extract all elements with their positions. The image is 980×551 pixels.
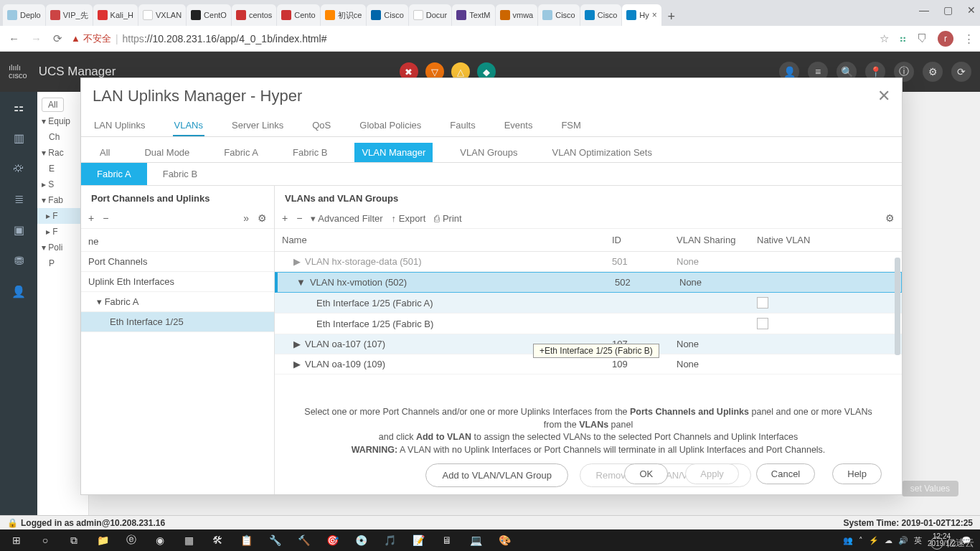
browser-tab[interactable]: centos [232,4,276,26]
url-field[interactable]: ▲不安全 | https://10.208.231.16/app/4_0_1b/… [71,32,874,45]
app-icon[interactable]: 🎯 [319,530,346,550]
ime-icon[interactable]: 英 [914,535,922,546]
col-sharing[interactable]: VLAN Sharing [677,235,757,245]
gear-icon[interactable]: ⚙ [885,212,895,224]
tab-vlan-manager[interactable]: VLAN Manager [354,143,433,162]
people-icon[interactable]: 👥 [843,536,853,545]
tab-fabric-a[interactable]: Fabric A [217,143,265,162]
browser-tab[interactable]: VXLAN [138,4,186,26]
security-warning[interactable]: ▲不安全 [71,32,111,45]
table-row[interactable]: Eth Interface 1/25 (Fabric B) [275,314,902,334]
tab-all[interactable]: All [93,143,117,162]
tree-row[interactable]: ne [81,232,274,252]
tab-vlans[interactable]: VLANs [173,116,204,136]
maximize-icon[interactable]: ▢ [943,4,953,16]
browser-tab-active[interactable]: Hy× [622,4,661,26]
shield-icon[interactable]: ⛉ [917,32,928,44]
tree-row-fabric-a[interactable]: ▾ Fabric A [81,292,274,312]
close-icon[interactable]: ✕ [967,4,976,16]
menu-icon[interactable]: ⋮ [963,32,974,45]
scrollbar-thumb[interactable] [895,258,900,355]
add-icon[interactable]: + [88,212,94,224]
browser-tab[interactable]: VIP_先 [46,4,93,26]
collapse-arrow-icon[interactable]: ▼ [296,277,306,288]
tray-icon[interactable]: ☁ [885,536,892,545]
expand-arrow-icon[interactable]: ▶ [293,256,301,267]
close-icon[interactable]: × [652,10,657,20]
app-icon[interactable]: 🔧 [261,530,288,550]
start-icon[interactable]: ⊞ [3,530,30,550]
native-vlan-checkbox[interactable] [757,318,768,329]
profile-avatar[interactable]: r [938,31,953,47]
expand-icon[interactable]: » [243,212,249,224]
explorer-icon[interactable]: 📁 [89,530,116,550]
app-icon[interactable]: 🖥 [433,530,461,550]
browser-tab[interactable]: 初识ce [321,4,367,26]
table-row[interactable]: Eth Interface 1/25 (Fabric A) [275,293,902,314]
tray-icon[interactable]: ⚡ [869,536,879,545]
tab-lan-uplinks[interactable]: LAN Uplinks [93,116,147,136]
advanced-filter-button[interactable]: ▾ Advanced Filter [311,213,382,224]
taskview-icon[interactable]: ⧉ [60,530,88,550]
add-icon[interactable]: + [282,212,288,224]
back-icon[interactable]: ← [6,32,22,44]
cancel-button[interactable]: Cancel [756,463,815,484]
remove-icon[interactable]: − [103,212,108,224]
star-icon[interactable]: ☆ [880,32,889,45]
ie-icon[interactable]: ⓔ [118,530,145,550]
volume-icon[interactable]: 🔊 [898,536,908,545]
chrome-icon[interactable]: ◉ [146,530,174,550]
paint-icon[interactable]: 🎨 [491,530,518,550]
col-native[interactable]: Native VLAN [757,235,895,245]
tree-row-port-channels[interactable]: Port Channels [81,252,274,272]
col-name[interactable]: Name [282,235,612,245]
tab-qos[interactable]: QoS [311,116,332,136]
browser-tab[interactable]: Cisco [367,4,408,26]
browser-tab[interactable]: Docur [409,4,451,26]
tab-events[interactable]: Events [503,116,534,136]
col-id[interactable]: ID [612,235,677,245]
remove-icon[interactable]: − [296,212,302,224]
browser-tab[interactable]: Cisco [580,4,622,26]
table-row-selected[interactable]: ▼VLAN hx-vmotion (502) 502 None [275,272,902,293]
translate-icon[interactable]: ⠶ [899,32,907,45]
cortana-icon[interactable]: ○ [32,530,59,550]
app-icon[interactable]: 🎵 [376,530,403,550]
help-button[interactable]: Help [832,463,882,484]
export-button[interactable]: ↑ Export [392,213,426,224]
app-icon[interactable]: 📋 [232,530,260,550]
app-icon[interactable]: 🛠 [204,530,231,550]
app-icon[interactable]: 🔨 [290,530,317,550]
tab-faults[interactable]: Faults [448,116,476,136]
browser-tab[interactable]: TextM [452,4,494,26]
browser-tab[interactable]: vmwa [496,4,538,26]
app-icon[interactable]: ▦ [175,530,202,550]
minimize-icon[interactable]: — [919,4,929,16]
print-button[interactable]: ⎙ Print [434,213,461,224]
tab-global-policies[interactable]: Global Policies [358,116,423,136]
tab-vlan-optimization[interactable]: VLAN Optimization Sets [545,143,659,162]
browser-tab[interactable]: Cisco [538,4,580,26]
tab-fabric-b[interactable]: Fabric B [286,143,334,162]
table-row[interactable]: ▶VLAN hx-storage-data (501) 501 None [275,252,902,272]
app-icon[interactable]: 💻 [462,530,489,550]
app-icon[interactable]: 📝 [405,530,432,550]
tab-fsm[interactable]: FSM [560,116,582,136]
tree-row-eth-interface[interactable]: Eth Interface 1/25 [81,312,274,332]
expand-arrow-icon[interactable]: ▶ [293,339,301,349]
browser-tab[interactable]: Deplo [3,4,45,26]
tree-row-uplink-eth[interactable]: Uplink Eth Interfaces [81,272,274,292]
add-to-vlan-button[interactable]: Add to VLAN/VLAN Group [425,463,567,487]
tab-dual-mode[interactable]: Dual Mode [137,143,197,162]
browser-tab[interactable]: Cento [277,4,319,26]
browser-tab[interactable]: CentO [187,4,231,26]
tab-vlan-groups[interactable]: VLAN Groups [453,143,524,162]
app-icon[interactable]: 💿 [347,530,374,550]
tray-up-icon[interactable]: ˄ [859,536,863,545]
gear-icon[interactable]: ⚙ [258,212,267,224]
native-vlan-checkbox[interactable] [757,297,768,309]
new-tab-button[interactable]: + [662,7,681,26]
ok-button[interactable]: OK [624,463,668,484]
tab-fabric-a[interactable]: Fabric A [81,163,147,185]
reload-icon[interactable]: ⟳ [50,32,65,45]
